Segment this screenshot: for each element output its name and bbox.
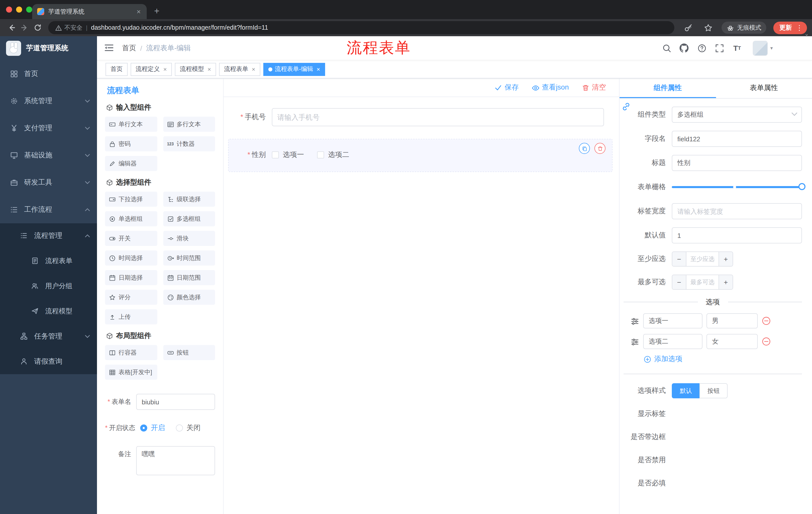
window-controls[interactable] (6, 6, 32, 12)
remove-option-icon[interactable] (762, 337, 771, 346)
component-type-select[interactable] (672, 107, 802, 123)
sidebar-item-workflow[interactable]: 工作流程 (0, 196, 97, 223)
key-icon[interactable] (682, 21, 694, 34)
radio-status-on[interactable]: 开启 (140, 424, 165, 433)
radio-status-off[interactable]: 关闭 (176, 424, 201, 433)
chip-button[interactable]: 按钮 (163, 345, 215, 360)
view-json-button[interactable]: 查看json (532, 83, 569, 92)
field-name-input[interactable] (672, 131, 802, 147)
sidebar-item-task-management[interactable]: 任务管理 (0, 324, 97, 349)
browser-tab[interactable]: 芋道管理系统 × (32, 4, 147, 19)
slider-handle[interactable] (799, 183, 806, 190)
delete-widget-button[interactable] (594, 143, 606, 154)
user-menu[interactable]: ▾ (753, 40, 773, 56)
link-icon[interactable] (621, 102, 631, 112)
new-tab-button[interactable]: + (150, 4, 164, 18)
chip-counter[interactable]: 123 计数器 (163, 136, 215, 152)
tab-component-props[interactable]: 组件属性 (619, 78, 716, 98)
back-icon[interactable] (5, 21, 18, 34)
url-field[interactable]: 不安全 | dashboard.yudao.iocoder.cn/bpm/man… (48, 21, 674, 34)
chip-time-range[interactable]: 时间范围 (163, 250, 215, 266)
drag-handle-icon[interactable] (631, 337, 639, 346)
min-select-stepper[interactable]: − 至少应选 + (672, 251, 733, 267)
close-icon[interactable]: × (252, 65, 255, 73)
close-icon[interactable]: × (163, 65, 167, 73)
tag-process-form-edit[interactable]: 流程表单-编辑 × (263, 63, 325, 76)
avatar[interactable] (753, 40, 768, 56)
form-name-input[interactable] (136, 394, 215, 410)
tag-process-definition[interactable]: 流程定义 × (130, 63, 172, 76)
fullscreen-icon[interactable] (715, 43, 725, 53)
sidebar-item-process-management[interactable]: 流程管理 (0, 223, 97, 248)
forward-icon[interactable] (18, 21, 31, 34)
tag-home[interactable]: 首页 (106, 63, 127, 76)
sidebar-item-leave-query[interactable]: 请假查询 (0, 349, 97, 374)
checkbox[interactable] (317, 152, 324, 158)
sidebar-item-user-group[interactable]: 用户分组 (0, 274, 97, 299)
tab-form-props[interactable]: 表单属性 (716, 78, 812, 98)
copy-widget-button[interactable] (579, 143, 590, 154)
style-default-button[interactable]: 默认 (672, 383, 700, 398)
plus-button[interactable]: + (719, 252, 733, 266)
save-button[interactable]: 保存 (495, 83, 519, 92)
plus-button[interactable]: + (719, 275, 733, 289)
maximize-window-button[interactable] (26, 6, 32, 12)
chip-row-container[interactable]: 行容器 (105, 345, 157, 360)
bookmark-star-icon[interactable] (701, 21, 715, 34)
minus-button[interactable]: − (672, 275, 686, 289)
chip-date-range[interactable]: 日期范围 (163, 270, 215, 285)
option-value-input[interactable] (706, 313, 758, 328)
github-icon[interactable] (679, 43, 689, 53)
menu-fold-icon[interactable] (104, 43, 115, 54)
add-option-button[interactable]: 添加选项 (644, 355, 802, 363)
chip-date-picker[interactable]: 日期选择 (105, 270, 157, 285)
drag-handle-icon[interactable] (631, 317, 639, 325)
phone-input[interactable] (272, 108, 604, 126)
clear-button[interactable]: 清空 (582, 83, 606, 92)
minimize-window-button[interactable] (16, 6, 22, 12)
sidebar-item-devtools[interactable]: 研发工具 (0, 169, 97, 196)
option-label-input[interactable] (643, 313, 702, 328)
breadcrumb-home[interactable]: 首页 (122, 44, 136, 53)
component-type-value[interactable] (672, 107, 802, 123)
default-value-input[interactable] (672, 227, 802, 243)
title-input[interactable] (672, 155, 802, 171)
chip-table[interactable]: 表格[开发中] (105, 364, 157, 380)
update-button[interactable]: 更新 ⋮ (773, 21, 807, 34)
sidebar-item-process-form[interactable]: 流程表单 (0, 248, 97, 274)
close-window-button[interactable] (6, 6, 12, 12)
chip-password[interactable]: 密码 (105, 136, 157, 152)
close-icon[interactable]: × (317, 65, 320, 73)
label-width-input[interactable] (672, 203, 802, 219)
chip-multi-line-text[interactable]: 多行文本 (163, 117, 215, 132)
grid-slider[interactable] (672, 179, 802, 195)
chip-color-picker[interactable]: 颜色选择 (163, 290, 215, 305)
gender-option-2[interactable]: 选项二 (317, 151, 349, 159)
max-select-stepper[interactable]: − 最多可选 + (672, 275, 733, 290)
sidebar-item-payment[interactable]: 支付管理 (0, 115, 97, 142)
form-remark-textarea[interactable]: 嘿嘿 (136, 446, 215, 475)
tag-process-model[interactable]: 流程模型 × (175, 63, 216, 76)
option-label-input[interactable] (643, 334, 702, 349)
chip-slider[interactable]: 滑块 (163, 231, 215, 246)
option-value-input[interactable] (706, 334, 758, 349)
sidebar-item-home[interactable]: 首页 (0, 60, 97, 87)
remove-option-icon[interactable] (762, 316, 771, 325)
font-size-icon[interactable]: TT (732, 43, 742, 53)
checkbox[interactable] (272, 152, 279, 158)
chip-checkbox-group[interactable]: 多选框组 (163, 211, 215, 226)
field-phone[interactable]: 手机号 (229, 108, 611, 126)
chip-radio-group[interactable]: 单选框组 (105, 211, 157, 226)
chip-switch[interactable]: 开关 (105, 231, 157, 246)
sidebar-item-process-model[interactable]: 流程模型 (0, 299, 97, 324)
chip-select[interactable]: 下拉选择 (105, 192, 157, 207)
minus-button[interactable]: − (672, 252, 686, 266)
gender-option-1[interactable]: 选项一 (272, 151, 304, 159)
sidebar-item-system[interactable]: 系统管理 (0, 87, 97, 115)
selected-widget-gender[interactable]: 性别 选项一 选项二 (229, 139, 612, 171)
tag-process-form[interactable]: 流程表单 × (219, 63, 260, 76)
help-icon[interactable] (697, 43, 707, 53)
chip-single-line-text[interactable]: 单行文本 (105, 117, 157, 132)
search-icon[interactable] (662, 43, 672, 53)
chip-time-picker[interactable]: 时间选择 (105, 250, 157, 266)
